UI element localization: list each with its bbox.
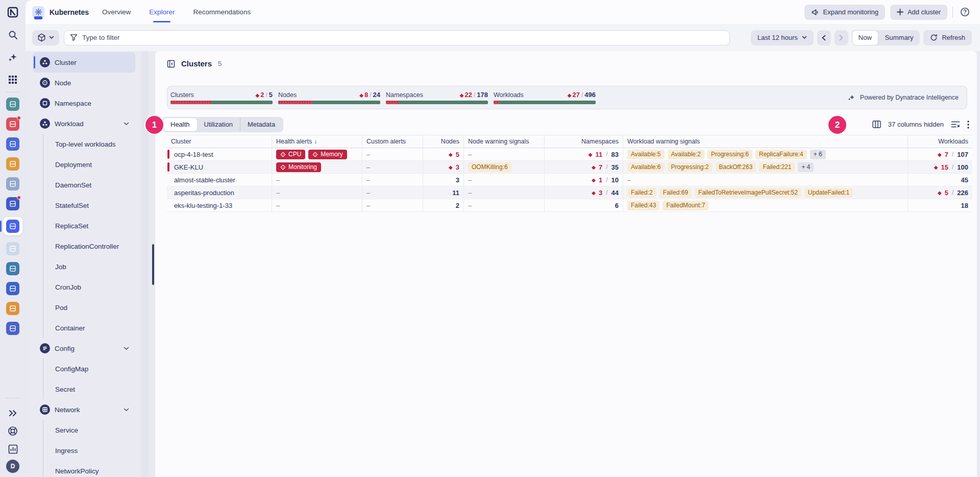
sidebar-item-job[interactable]: Job [33,256,135,277]
alert-diamond-icon [312,152,318,157]
tab-health[interactable]: Health [163,118,197,131]
table-row[interactable]: GKE-KLUMonitoring–◆3OOMKilling:6◆7/35Ava… [167,161,972,174]
sidebar-item-cronjob[interactable]: CronJob [33,277,135,297]
smartscape-app-icon[interactable] [6,137,19,151]
column-header-cluster[interactable]: Cluster [167,135,272,148]
alert-count: 3 [599,189,602,197]
sidebar-item-networkpolicy[interactable]: NetworkPolicy [33,461,135,477]
cluster-name-cell: GKE-KLU [167,161,272,173]
kubernetes-app-icon[interactable] [3,217,22,235]
entity-type-selector[interactable] [32,30,59,45]
column-header-custom-alerts[interactable]: Custom alerts [362,135,423,148]
sidebar-item-deployment[interactable]: Deployment [33,154,135,175]
sidebar-item-service[interactable]: Service [33,420,135,440]
collapse-panel-icon[interactable] [167,60,175,68]
usage-chart-icon[interactable] [6,442,20,456]
clusters-table: ClusterHealth alerts↓Custom alertsNodesN… [167,135,972,212]
expand-rail-icon[interactable] [6,406,20,420]
alert-count: 22 [464,91,472,99]
distributed-tracing-app-icon[interactable] [6,177,19,190]
more-badge[interactable]: + 6 [810,150,826,159]
user-avatar[interactable]: D [6,460,19,473]
columns-hidden-label[interactable]: 37 columns hidden [888,121,944,128]
sidebar-item-statefulset[interactable]: StatefulSet [33,195,135,216]
sidebar-item-replicaset[interactable]: ReplicaSet [33,216,135,236]
nav-tab-explorer[interactable]: Explorer [149,0,175,24]
sidebar-item-configmap[interactable]: ConfigMap [33,359,135,379]
nodes-count: 3 [456,176,459,184]
sidebar-item-workload[interactable]: Workload [33,113,135,134]
filter-text-input[interactable] [82,34,724,41]
now-toggle[interactable]: Now [852,30,878,45]
column-header-health-alerts[interactable]: Health alerts↓ [272,135,362,148]
sidebar-item-node[interactable]: Node [33,73,135,93]
health-alerts-cell: – [272,186,362,199]
sidebar-item-cluster[interactable]: Cluster [33,52,135,73]
table-row[interactable]: asperitas-production––11–◆3/44Failed:2Fa… [167,186,972,199]
sidebar-item-label: NetworkPolicy [55,467,99,475]
database-app-icon[interactable] [6,282,19,295]
nav-tab-recommendations[interactable]: Recommendations [193,0,251,24]
sidebar-item-network[interactable]: Network [33,399,135,420]
column-header-workload-warning-signals[interactable]: Workload warning signals [623,135,908,148]
column-header-namespaces[interactable]: Namespaces [545,135,623,148]
sidebar-scrollbar[interactable] [152,244,154,285]
node-warning-badge: OOMKilling:6 [468,162,511,172]
expand-monitoring-button[interactable]: Expand monitoring [804,5,885,20]
sidebar-item-ingress[interactable]: Ingress [33,440,135,461]
sidebar-item-top-level-workloads[interactable]: Top-level workloads [33,134,135,154]
workloads-cell: 45 [908,174,972,186]
more-options-icon[interactable] [967,121,969,129]
plus-icon [897,9,903,15]
infrastructure-app-icon[interactable] [6,98,19,111]
table-row[interactable]: ocp-4-18-testCPUMemory–◆5–◆11/83Availabl… [167,148,972,161]
left-rail: D [0,0,26,477]
column-header-workloads[interactable]: Workloads [908,135,972,148]
tab-metadata[interactable]: Metadata [240,118,282,131]
row-density-icon[interactable] [951,121,960,128]
table-row[interactable]: almost-stable-cluster––3–◆1/10–45 [167,174,972,186]
summary-toggle[interactable]: Summary [878,30,920,45]
column-label: Cluster [171,138,191,145]
help-icon[interactable] [958,5,972,20]
hub-app-icon[interactable] [6,322,19,335]
ai-sparkles-icon[interactable] [6,50,20,64]
alert-count: 7 [599,163,602,171]
sidebar-item-label: Network [55,406,80,414]
apps-grid-icon[interactable] [6,73,20,87]
annotation-badge-2: 2 [828,116,846,134]
time-back-button[interactable] [817,30,831,45]
column-header-nodes[interactable]: Nodes [423,135,464,148]
sidebar-item-container[interactable]: Container [33,318,135,338]
sidebar-resize-handle[interactable] [141,51,149,477]
workflows-app-icon[interactable] [6,197,19,210]
time-forward-button[interactable] [835,30,848,45]
distributed-tracing-app-icon-glyph [6,177,19,190]
sidebar-item-secret[interactable]: Secret [33,379,135,399]
add-cluster-button[interactable]: Add cluster [890,5,947,20]
security-app-icon[interactable] [6,157,19,171]
nav-tab-overview[interactable]: Overview [102,0,131,24]
storage-app-icon[interactable] [6,262,19,275]
severity-indicator [167,150,169,159]
sidebar-item-daemonset[interactable]: DaemonSet [33,175,135,195]
help-lifebuoy-icon[interactable] [6,424,20,438]
filter-field[interactable] [64,30,730,45]
sidebar-item-namespace[interactable]: Namespace [33,93,135,113]
table-row[interactable]: eks-klu-testing-1-33––2–6Failed:43Failed… [167,199,972,212]
alert-count: 2 [260,91,264,99]
column-label: Nodes [441,138,459,145]
search-icon[interactable] [6,28,20,42]
sidebar-item-pod[interactable]: Pod [33,297,135,318]
sidebar-item-replicationcontroller[interactable]: ReplicationController [33,236,135,256]
refresh-button[interactable]: Refresh [923,30,972,45]
problems-app-icon[interactable] [6,117,19,131]
stat-label: Workloads [494,91,524,99]
more-badge[interactable]: + 4 [798,162,814,172]
clouds-app-icon[interactable] [6,242,19,255]
sidebar-item-config[interactable]: Config [33,338,135,359]
deployments-app-icon[interactable] [6,302,19,315]
time-range-selector[interactable]: Last 12 hours [751,30,814,45]
column-header-node-warning-signals[interactable]: Node warning signals [464,135,545,148]
tab-utilization[interactable]: Utilization [197,118,240,131]
